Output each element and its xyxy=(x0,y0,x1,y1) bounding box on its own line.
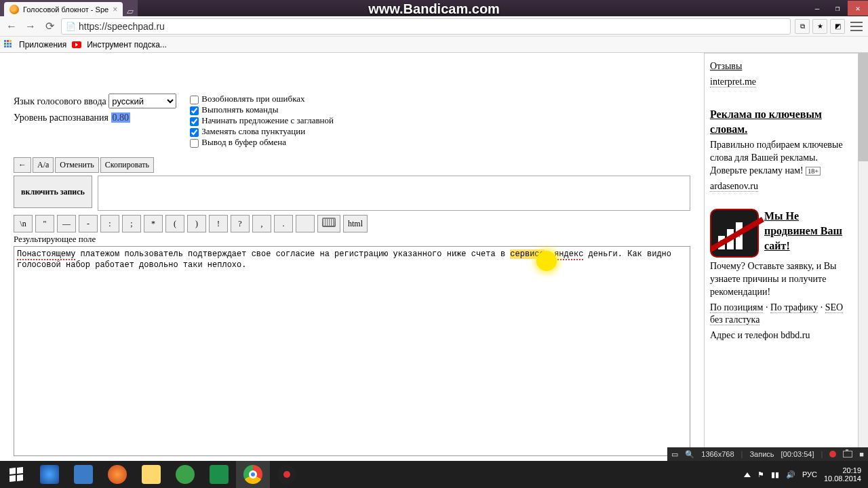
chk-replace[interactable]: Заменять слова пунктуации xyxy=(190,126,334,137)
edit-undo-button[interactable]: Отменить xyxy=(55,157,98,173)
address-bar[interactable]: 📄 https://speechpad.ru xyxy=(61,18,791,35)
bandicam-watermark: www.Bandicam.com xyxy=(368,1,500,17)
nav-reload-button[interactable]: ⟳ xyxy=(42,19,57,34)
ad1-age-badge: 18+ xyxy=(806,167,821,176)
interim-textarea[interactable] xyxy=(98,176,690,211)
ad2-domain: Адрес и телефон bdbd.ru xyxy=(710,329,852,342)
start-button[interactable] xyxy=(0,461,33,488)
tray-overflow-icon[interactable] xyxy=(744,472,751,477)
browser-tab[interactable]: Голосовой блокнот - Spe × xyxy=(4,2,123,16)
extension-icon[interactable]: ⧉ xyxy=(795,19,810,34)
new-tab-button[interactable]: ▱ xyxy=(123,6,138,16)
lang-label: Язык голосового ввода xyxy=(14,96,106,106)
ad2-text: Почему? Оставьте заявку, и Вы узнаете пр… xyxy=(710,260,852,299)
sym-excl-button[interactable]: ! xyxy=(209,215,228,232)
sym-rparen-button[interactable]: ) xyxy=(187,215,206,232)
bandicam-lens-icon: 🔍 xyxy=(685,450,694,459)
sym-dash-button[interactable]: — xyxy=(57,215,76,232)
sidebar-interpret-link[interactable]: interpret.me xyxy=(710,77,756,87)
tray-clock[interactable]: 20:1910.08.2014 xyxy=(824,466,861,483)
keyboard-icon xyxy=(322,218,336,227)
tray-network-icon[interactable]: ▮▮ xyxy=(771,470,779,479)
sym-dot-button[interactable]: . xyxy=(274,215,293,232)
sym-html-button[interactable]: html xyxy=(343,215,368,232)
sym-newline-button[interactable]: \n xyxy=(14,215,33,232)
taskbar-excel[interactable] xyxy=(202,461,236,488)
ad1-title[interactable]: Реклама по ключевым словам. xyxy=(710,108,822,135)
sym-space-button[interactable] xyxy=(296,215,315,232)
menu-button[interactable] xyxy=(849,19,864,34)
ad2-icon: 321 xyxy=(710,209,759,258)
sym-colon-button[interactable]: : xyxy=(100,215,119,232)
edit-back-button[interactable]: ← xyxy=(14,157,31,173)
nav-back-button[interactable]: ← xyxy=(4,19,19,34)
taskbar-bandicam[interactable] xyxy=(270,461,304,488)
bandicam-stop-icon[interactable]: ■ xyxy=(859,450,864,458)
bookmark-apps[interactable]: Приложения xyxy=(19,40,66,49)
ad2-traf-link[interactable]: По трафику xyxy=(770,302,818,313)
tab-close-icon[interactable]: × xyxy=(113,5,117,14)
tray-volume-icon[interactable]: 🔊 xyxy=(786,470,795,479)
taskbar-chrome[interactable] xyxy=(236,461,270,488)
result-textarea[interactable]: Понастоящему платежом пользователь подтв… xyxy=(14,246,690,456)
sym-comma-button[interactable]: , xyxy=(252,215,271,232)
bandicam-screen-icon: ▭ xyxy=(671,450,678,459)
chk-resume[interactable]: Возобновлять при ошибках xyxy=(190,94,334,104)
edit-copy-button[interactable]: Скопировать xyxy=(100,157,154,173)
page-scrollbar[interactable] xyxy=(859,53,868,461)
ad1-domain[interactable]: ardasenov.ru xyxy=(710,181,758,192)
extension-diag-icon[interactable]: ◩ xyxy=(830,19,845,34)
level-label: Уровень распознавания xyxy=(14,113,108,123)
sym-keyboard-button[interactable] xyxy=(317,215,340,232)
chk-clipboard[interactable]: Вывод в буфер обмена xyxy=(190,137,334,148)
nav-forward-button[interactable]: → xyxy=(23,19,38,34)
ad2-title[interactable]: Мы Не продвинем Ваш сайт! xyxy=(764,210,842,251)
favicon-icon xyxy=(9,5,19,14)
bandicam-rec-label: Запись xyxy=(749,450,774,458)
tray-flag-icon[interactable]: ⚑ xyxy=(757,470,764,479)
sym-semicolon-button[interactable]: ; xyxy=(122,215,141,232)
window-minimize-button[interactable]: — xyxy=(807,1,827,16)
url-text: https://speechpad.ru xyxy=(79,21,165,32)
chk-capital[interactable]: Начинать предложение с заглавной xyxy=(190,115,334,126)
bandicam-record-icon[interactable] xyxy=(829,451,836,458)
bookmark-tool[interactable]: Инструмент подска... xyxy=(87,40,167,49)
sym-ques-button[interactable]: ? xyxy=(231,215,250,232)
chk-commands[interactable]: Выполнять команды xyxy=(190,104,334,115)
taskbar-firefox[interactable] xyxy=(100,461,134,488)
apps-icon[interactable] xyxy=(4,40,14,49)
lang-select[interactable]: русский xyxy=(108,94,176,108)
taskbar-app-2[interactable] xyxy=(66,461,100,488)
tray-lang[interactable]: РУС xyxy=(802,470,817,479)
sidebar: Отзывы interpret.me Реклама по ключевым … xyxy=(704,53,859,461)
result-label: Результирующее поле xyxy=(14,234,690,245)
cursor-highlight-icon xyxy=(536,251,557,271)
bandicam-resolution: 1366x768 xyxy=(701,450,734,458)
bandicam-time: [00:03:54] xyxy=(781,450,814,458)
lock-icon: 📄 xyxy=(66,22,75,31)
window-close-button[interactable]: ✕ xyxy=(848,1,868,16)
sym-hyphen-button[interactable]: - xyxy=(79,215,98,232)
edit-case-button[interactable]: A/a xyxy=(33,157,54,173)
ad1-text: Правильно подбираем ключевые слова для В… xyxy=(710,140,843,176)
sym-quote-button[interactable]: " xyxy=(35,215,54,232)
tab-title: Голосовой блокнот - Spe xyxy=(23,5,108,14)
sidebar-reviews-link[interactable]: Отзывы xyxy=(710,61,742,71)
extension-star-icon[interactable]: ★ xyxy=(812,19,827,34)
sym-lparen-button[interactable]: ( xyxy=(165,215,184,232)
bandicam-camera-icon[interactable] xyxy=(843,451,852,458)
youtube-icon[interactable] xyxy=(72,41,81,48)
level-value: 0.80 xyxy=(111,113,131,123)
record-button[interactable]: включить запись xyxy=(14,176,92,208)
window-maximize-button[interactable]: ❐ xyxy=(827,1,848,16)
taskbar-explorer[interactable] xyxy=(134,461,168,488)
taskbar-app-green[interactable] xyxy=(168,461,202,488)
sym-star-button[interactable]: * xyxy=(144,215,163,232)
ad2-pos-link[interactable]: По позициям xyxy=(710,302,763,313)
taskbar-app-1[interactable] xyxy=(33,461,66,488)
